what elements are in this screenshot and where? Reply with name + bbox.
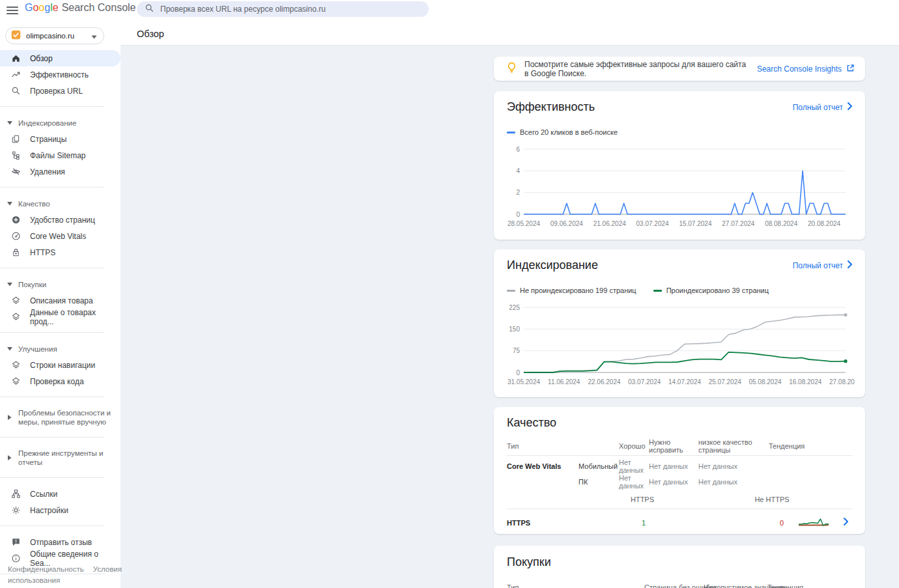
shopping-card-title: Покупки — [507, 555, 852, 569]
sidebar-divider — [0, 470, 121, 486]
sidebar-item-label: Страницы — [30, 135, 66, 144]
sidebar-item-feedback[interactable]: Отправить отзыв — [0, 534, 121, 550]
not-https-count: 0 — [780, 519, 784, 527]
svg-text:4: 4 — [516, 167, 520, 175]
legend-item: Всего 20 кликов в веб-поиске — [507, 128, 618, 136]
cwv-row-label: Core Web Vitals — [507, 462, 578, 470]
svg-text:03.07.2024: 03.07.2024 — [636, 220, 669, 227]
svg-text:28.05.2024: 28.05.2024 — [507, 220, 540, 227]
indexing-legend: Не проиндексировано 199 страницПроиндекс… — [494, 272, 865, 294]
chevron-down-icon — [7, 347, 13, 351]
svg-text:6: 6 — [516, 146, 520, 153]
legend-swatch — [507, 290, 515, 292]
https-subheader-row: HTTPS Не HTTPS — [507, 490, 852, 509]
sidebar-item-sitemaps[interactable]: Файлы Sitemap — [0, 147, 121, 163]
https-count: 1 — [642, 519, 646, 527]
hamburger-menu-icon[interactable] — [7, 5, 18, 14]
sidebar-item-page-experience[interactable]: Удобство страниц — [0, 212, 121, 228]
page-header: Обзор — [121, 18, 899, 46]
performance-card: Эффективность Полный отчет Всего 20 клик… — [494, 91, 865, 240]
shopping-card: Покупки Тип Страница без ошибок Недопуст… — [494, 546, 865, 588]
insights-banner: Посмотрите самые эффективные запросы для… — [494, 57, 865, 81]
sidebar-item-breadcrumbs[interactable]: Строки навигации — [0, 357, 121, 373]
sidebar-item-removals[interactable]: Удаления — [0, 163, 121, 180]
svg-text:75: 75 — [513, 347, 521, 354]
legend-swatch — [653, 290, 662, 292]
svg-text:14.07.2024: 14.07.2024 — [668, 378, 701, 385]
topbar: GoogleSearch Console — [0, 0, 899, 18]
main-content: Посмотрите самые эффективные запросы для… — [121, 46, 899, 588]
insights-banner-text: Посмотрите самые эффективные запросы для… — [524, 60, 749, 78]
sidebar-item-settings[interactable]: Настройки — [0, 502, 121, 518]
legend-item: Проиндексировано 39 страниц — [653, 287, 769, 294]
sidebar-item-https[interactable]: HTTPS — [0, 244, 121, 260]
search-console-insights-link[interactable]: Search Console Insights — [757, 64, 855, 74]
sidebar-section-security-manual-actions[interactable]: Проблемы безопасности и меры, принятые в… — [0, 405, 121, 430]
https-row[interactable]: HTTPS 1 0 — [507, 509, 852, 537]
indexing-full-report-link[interactable]: Полный отчет — [793, 260, 852, 270]
pages-icon — [10, 134, 21, 145]
search-icon — [145, 3, 154, 16]
table-row[interactable]: Core Web Vitals Мобильный Нет данных Нет… — [507, 456, 852, 474]
sidebar-item-label: Обзор — [30, 54, 53, 63]
sidebar-item-url-inspection[interactable]: Проверка URL — [0, 83, 121, 99]
property-selector[interactable]: olimpcasino.ru — [5, 27, 104, 44]
sidebar-section-legacy-tools[interactable]: Прежние инструменты и отчеты — [0, 445, 121, 470]
sidebar-divider — [0, 99, 121, 115]
gauge-icon — [10, 231, 21, 242]
svg-text:20.08.2024: 20.08.2024 — [808, 220, 840, 227]
quality-card-title: Качество — [507, 416, 556, 430]
chevron-down-icon — [7, 202, 13, 206]
search-icon — [10, 86, 21, 96]
col-trend: Тенденция — [767, 583, 803, 588]
privacy-link[interactable]: Конфиденциальность — [8, 565, 84, 573]
sidebar-item-label: Описания товара — [30, 296, 93, 305]
performance-full-report-link[interactable]: Полный отчет — [793, 102, 852, 112]
sidebar-section-label: Индексирование — [18, 119, 76, 127]
layers-icon — [10, 312, 21, 322]
legend-swatch — [507, 132, 515, 133]
layers-icon — [10, 360, 21, 371]
url-inspection-searchbar[interactable] — [137, 1, 429, 17]
app-root: GoogleSearch Console olimpcasino.ru Обзо… — [0, 0, 899, 588]
sidebar-item-overview[interactable]: Обзор — [0, 50, 121, 66]
sidebar-item-label: Ссылки — [30, 490, 57, 499]
sidebar-item-label: Эффективность — [30, 70, 89, 79]
sidebar-section-enhancements[interactable]: Улучшения — [0, 341, 121, 357]
sidebar-section-indexing[interactable]: Индексирование — [0, 115, 121, 131]
product-name: Search Console — [62, 2, 136, 13]
https-trend-sparkline — [798, 517, 829, 529]
chevron-right-icon[interactable] — [844, 518, 848, 527]
quality-table-header: Тип Хорошо Нужно исправить низкое качест… — [507, 436, 852, 456]
search-input[interactable] — [160, 5, 421, 14]
col-low: низкое качество страницы — [698, 438, 769, 454]
property-check-icon — [11, 30, 21, 42]
sidebar-item-label: Строки навигации — [30, 361, 95, 370]
app-logo[interactable]: GoogleSearch Console — [25, 2, 136, 14]
sidebar-item-merchant-listings[interactable]: Данные о товарах прод... — [0, 309, 121, 325]
sidebar-item-performance[interactable]: Эффективность — [0, 66, 121, 83]
sidebar-item-core-web-vitals[interactable]: Core Web Vitals — [0, 228, 121, 244]
page-title: Обзор — [137, 29, 164, 39]
sidebar-item-product-snippets[interactable]: Описания товара — [0, 292, 121, 309]
performance-line-chart[interactable]: 024628.05.202409.06.202421.06.202403.07.… — [503, 141, 856, 234]
sidebar-item-label: Core Web Vitals — [30, 232, 86, 241]
sidebar-divider — [0, 430, 121, 445]
table-row[interactable]: ПК Нет данных Нет данных Нет данных — [507, 474, 852, 490]
linkgraph-icon — [10, 489, 21, 499]
eyeoff-icon — [10, 167, 21, 177]
chevron-right-icon — [848, 260, 852, 270]
sidebar-section-shopping[interactable]: Покупки — [0, 276, 121, 292]
sidebar-item-code-check[interactable]: Проверка кода — [0, 373, 121, 389]
svg-text:0: 0 — [516, 369, 520, 376]
indexing-line-chart[interactable]: 07515022531.05.202411.06.202422.06.20240… — [503, 300, 856, 392]
sidebar-item-links[interactable]: Ссылки — [0, 486, 121, 502]
gear-icon — [10, 505, 21, 516]
sidebar-section-label: Качество — [18, 200, 50, 208]
svg-text:27.08.2024: 27.08.2024 — [829, 378, 855, 385]
feedback-icon — [10, 537, 21, 548]
sidebar-item-pages[interactable]: Страницы — [0, 131, 121, 147]
sidebar-section-label: Покупки — [18, 281, 46, 288]
sidebar-section-quality[interactable]: Качество — [0, 195, 121, 212]
google-logo: Google — [25, 2, 59, 13]
